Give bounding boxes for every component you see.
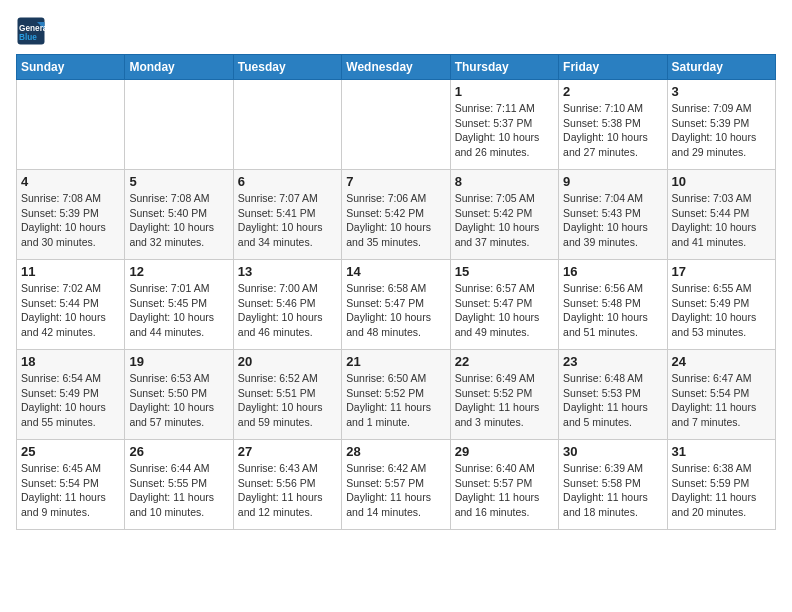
calendar-cell: 17Sunrise: 6:55 AMSunset: 5:49 PMDayligh…: [667, 260, 775, 350]
calendar-cell: 15Sunrise: 6:57 AMSunset: 5:47 PMDayligh…: [450, 260, 558, 350]
day-info: Sunrise: 7:03 AMSunset: 5:44 PMDaylight:…: [672, 191, 771, 250]
day-number: 25: [21, 444, 120, 459]
svg-text:Blue: Blue: [19, 33, 37, 42]
day-info: Sunrise: 7:06 AMSunset: 5:42 PMDaylight:…: [346, 191, 445, 250]
day-number: 6: [238, 174, 337, 189]
calendar-cell: 14Sunrise: 6:58 AMSunset: 5:47 PMDayligh…: [342, 260, 450, 350]
calendar-cell: 1Sunrise: 7:11 AMSunset: 5:37 PMDaylight…: [450, 80, 558, 170]
calendar-cell: 3Sunrise: 7:09 AMSunset: 5:39 PMDaylight…: [667, 80, 775, 170]
calendar-cell: 29Sunrise: 6:40 AMSunset: 5:57 PMDayligh…: [450, 440, 558, 530]
day-info: Sunrise: 7:04 AMSunset: 5:43 PMDaylight:…: [563, 191, 662, 250]
day-number: 13: [238, 264, 337, 279]
svg-text:General: General: [19, 24, 46, 33]
calendar-cell: 28Sunrise: 6:42 AMSunset: 5:57 PMDayligh…: [342, 440, 450, 530]
calendar-cell: [17, 80, 125, 170]
calendar-cell: 21Sunrise: 6:50 AMSunset: 5:52 PMDayligh…: [342, 350, 450, 440]
calendar-cell: 26Sunrise: 6:44 AMSunset: 5:55 PMDayligh…: [125, 440, 233, 530]
day-info: Sunrise: 7:11 AMSunset: 5:37 PMDaylight:…: [455, 101, 554, 160]
calendar-cell: 11Sunrise: 7:02 AMSunset: 5:44 PMDayligh…: [17, 260, 125, 350]
calendar-cell: 12Sunrise: 7:01 AMSunset: 5:45 PMDayligh…: [125, 260, 233, 350]
day-number: 30: [563, 444, 662, 459]
day-number: 15: [455, 264, 554, 279]
calendar-cell: 24Sunrise: 6:47 AMSunset: 5:54 PMDayligh…: [667, 350, 775, 440]
day-info: Sunrise: 6:50 AMSunset: 5:52 PMDaylight:…: [346, 371, 445, 430]
day-number: 19: [129, 354, 228, 369]
day-info: Sunrise: 7:00 AMSunset: 5:46 PMDaylight:…: [238, 281, 337, 340]
calendar-cell: 5Sunrise: 7:08 AMSunset: 5:40 PMDaylight…: [125, 170, 233, 260]
day-info: Sunrise: 7:05 AMSunset: 5:42 PMDaylight:…: [455, 191, 554, 250]
weekday-header-tuesday: Tuesday: [233, 55, 341, 80]
logo: General Blue: [16, 16, 46, 46]
calendar-cell: [125, 80, 233, 170]
calendar-cell: 30Sunrise: 6:39 AMSunset: 5:58 PMDayligh…: [559, 440, 667, 530]
calendar-cell: 23Sunrise: 6:48 AMSunset: 5:53 PMDayligh…: [559, 350, 667, 440]
weekday-header-sunday: Sunday: [17, 55, 125, 80]
calendar-cell: 10Sunrise: 7:03 AMSunset: 5:44 PMDayligh…: [667, 170, 775, 260]
calendar-cell: 31Sunrise: 6:38 AMSunset: 5:59 PMDayligh…: [667, 440, 775, 530]
day-number: 26: [129, 444, 228, 459]
day-info: Sunrise: 7:08 AMSunset: 5:39 PMDaylight:…: [21, 191, 120, 250]
day-info: Sunrise: 6:56 AMSunset: 5:48 PMDaylight:…: [563, 281, 662, 340]
weekday-header-row: SundayMondayTuesdayWednesdayThursdayFrid…: [17, 55, 776, 80]
week-row-2: 4Sunrise: 7:08 AMSunset: 5:39 PMDaylight…: [17, 170, 776, 260]
weekday-header-monday: Monday: [125, 55, 233, 80]
calendar-cell: 27Sunrise: 6:43 AMSunset: 5:56 PMDayligh…: [233, 440, 341, 530]
calendar-cell: 8Sunrise: 7:05 AMSunset: 5:42 PMDaylight…: [450, 170, 558, 260]
calendar-table: SundayMondayTuesdayWednesdayThursdayFrid…: [16, 54, 776, 530]
week-row-4: 18Sunrise: 6:54 AMSunset: 5:49 PMDayligh…: [17, 350, 776, 440]
day-number: 14: [346, 264, 445, 279]
day-info: Sunrise: 6:55 AMSunset: 5:49 PMDaylight:…: [672, 281, 771, 340]
day-info: Sunrise: 6:57 AMSunset: 5:47 PMDaylight:…: [455, 281, 554, 340]
day-number: 7: [346, 174, 445, 189]
weekday-header-thursday: Thursday: [450, 55, 558, 80]
week-row-3: 11Sunrise: 7:02 AMSunset: 5:44 PMDayligh…: [17, 260, 776, 350]
weekday-header-wednesday: Wednesday: [342, 55, 450, 80]
day-info: Sunrise: 7:01 AMSunset: 5:45 PMDaylight:…: [129, 281, 228, 340]
day-info: Sunrise: 6:52 AMSunset: 5:51 PMDaylight:…: [238, 371, 337, 430]
weekday-header-friday: Friday: [559, 55, 667, 80]
day-info: Sunrise: 6:38 AMSunset: 5:59 PMDaylight:…: [672, 461, 771, 520]
calendar-cell: 2Sunrise: 7:10 AMSunset: 5:38 PMDaylight…: [559, 80, 667, 170]
weekday-header-saturday: Saturday: [667, 55, 775, 80]
logo-icon: General Blue: [16, 16, 46, 46]
day-number: 27: [238, 444, 337, 459]
day-info: Sunrise: 7:08 AMSunset: 5:40 PMDaylight:…: [129, 191, 228, 250]
day-number: 9: [563, 174, 662, 189]
day-info: Sunrise: 7:02 AMSunset: 5:44 PMDaylight:…: [21, 281, 120, 340]
week-row-5: 25Sunrise: 6:45 AMSunset: 5:54 PMDayligh…: [17, 440, 776, 530]
day-info: Sunrise: 6:40 AMSunset: 5:57 PMDaylight:…: [455, 461, 554, 520]
week-row-1: 1Sunrise: 7:11 AMSunset: 5:37 PMDaylight…: [17, 80, 776, 170]
day-info: Sunrise: 6:39 AMSunset: 5:58 PMDaylight:…: [563, 461, 662, 520]
day-number: 2: [563, 84, 662, 99]
calendar-cell: 18Sunrise: 6:54 AMSunset: 5:49 PMDayligh…: [17, 350, 125, 440]
day-number: 1: [455, 84, 554, 99]
calendar-cell: [233, 80, 341, 170]
day-number: 20: [238, 354, 337, 369]
calendar-cell: 13Sunrise: 7:00 AMSunset: 5:46 PMDayligh…: [233, 260, 341, 350]
day-number: 21: [346, 354, 445, 369]
day-info: Sunrise: 7:07 AMSunset: 5:41 PMDaylight:…: [238, 191, 337, 250]
calendar-cell: 4Sunrise: 7:08 AMSunset: 5:39 PMDaylight…: [17, 170, 125, 260]
calendar-cell: 19Sunrise: 6:53 AMSunset: 5:50 PMDayligh…: [125, 350, 233, 440]
day-info: Sunrise: 7:09 AMSunset: 5:39 PMDaylight:…: [672, 101, 771, 160]
day-number: 23: [563, 354, 662, 369]
day-number: 10: [672, 174, 771, 189]
day-number: 31: [672, 444, 771, 459]
day-number: 8: [455, 174, 554, 189]
day-number: 17: [672, 264, 771, 279]
calendar-cell: 16Sunrise: 6:56 AMSunset: 5:48 PMDayligh…: [559, 260, 667, 350]
day-info: Sunrise: 6:49 AMSunset: 5:52 PMDaylight:…: [455, 371, 554, 430]
calendar-cell: 25Sunrise: 6:45 AMSunset: 5:54 PMDayligh…: [17, 440, 125, 530]
day-number: 18: [21, 354, 120, 369]
day-info: Sunrise: 6:43 AMSunset: 5:56 PMDaylight:…: [238, 461, 337, 520]
day-info: Sunrise: 6:54 AMSunset: 5:49 PMDaylight:…: [21, 371, 120, 430]
day-info: Sunrise: 6:44 AMSunset: 5:55 PMDaylight:…: [129, 461, 228, 520]
day-info: Sunrise: 6:53 AMSunset: 5:50 PMDaylight:…: [129, 371, 228, 430]
day-info: Sunrise: 6:48 AMSunset: 5:53 PMDaylight:…: [563, 371, 662, 430]
day-info: Sunrise: 6:58 AMSunset: 5:47 PMDaylight:…: [346, 281, 445, 340]
calendar-cell: 7Sunrise: 7:06 AMSunset: 5:42 PMDaylight…: [342, 170, 450, 260]
day-number: 28: [346, 444, 445, 459]
day-number: 3: [672, 84, 771, 99]
day-number: 29: [455, 444, 554, 459]
day-info: Sunrise: 7:10 AMSunset: 5:38 PMDaylight:…: [563, 101, 662, 160]
